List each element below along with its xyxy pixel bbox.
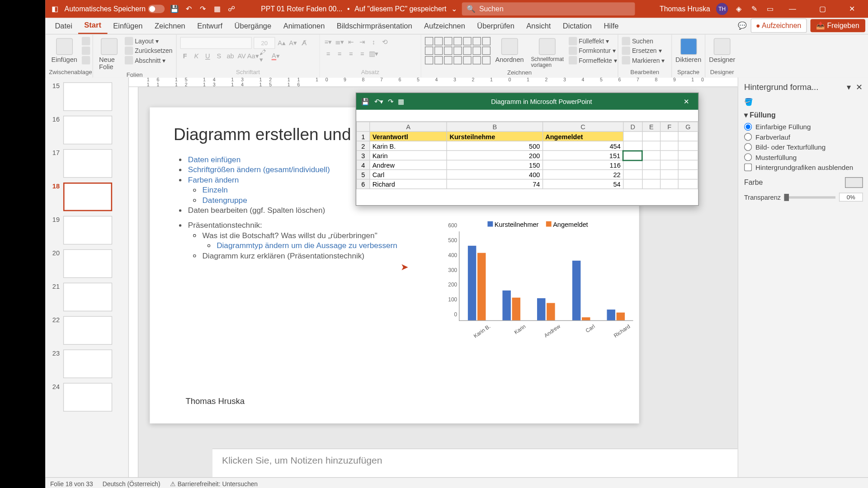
paste-button[interactable]: Einfügen	[49, 37, 80, 65]
font-color-icon[interactable]: A▾	[271, 52, 280, 61]
slide-thumb-21[interactable]: 21	[45, 280, 128, 314]
find-button[interactable]: Suchen	[622, 37, 668, 45]
pane-close-icon[interactable]: ✕	[856, 82, 863, 92]
chart-data-window[interactable]: 💾 ↶▾ ↷ ▦ Diagramm in Microsoft PowerPoin…	[356, 93, 699, 206]
format-painter-icon[interactable]	[82, 56, 90, 64]
tab-dictation[interactable]: Dictation	[557, 19, 598, 34]
diamond-icon[interactable]: ◈	[734, 4, 744, 14]
data-grid[interactable]: ABCDEFG1VerantwortlKursteilnehmeAngemeld…	[356, 122, 698, 189]
indent-inc-icon[interactable]: ⇥	[358, 37, 367, 47]
bold-icon[interactable]: F	[180, 52, 190, 61]
data-grid-icon[interactable]: ▦	[398, 98, 404, 105]
italic-icon[interactable]: K	[192, 52, 201, 61]
fill-option-0[interactable]: Einfarbige Füllung	[744, 123, 863, 131]
data-undo-icon[interactable]: ↶▾	[374, 98, 383, 105]
font-size-input[interactable]: 20	[254, 37, 275, 49]
fill-button[interactable]: Fülleffekt ▾	[569, 37, 618, 45]
reset-button[interactable]: Zurücksetzen	[125, 47, 173, 55]
replace-button[interactable]: Ersetzen ▾	[622, 47, 668, 55]
bullets-icon[interactable]: ≡▾	[323, 37, 333, 47]
columns-icon[interactable]: ▥▾	[369, 49, 378, 58]
slide-counter[interactable]: Folie 18 von 33	[50, 480, 93, 487]
dictate-button[interactable]: Diktieren	[675, 37, 701, 65]
spacing-icon[interactable]: AV	[237, 52, 246, 61]
chevron-down-icon[interactable]: ⌄	[451, 5, 457, 13]
designer-button[interactable]: Designer	[709, 37, 735, 65]
align-right-icon[interactable]: ≡	[346, 49, 356, 58]
close-button[interactable]: ✕	[840, 0, 864, 18]
data-redo-icon[interactable]: ↷	[388, 98, 393, 105]
slideshow-icon[interactable]: ▦	[212, 4, 222, 14]
section-title[interactable]: Füllung	[750, 111, 775, 119]
record-button[interactable]: ● Aufzeichnen	[750, 19, 807, 33]
fill-option-4[interactable]: Hintergrundgrafiken ausblenden	[744, 164, 863, 171]
tab-überprüfen[interactable]: Überprüfen	[471, 19, 520, 34]
tab-entwurf[interactable]: Entwurf	[191, 19, 228, 34]
filename[interactable]: PPT 01 Roter Faden 00...	[261, 5, 342, 13]
formula-bar[interactable]	[356, 110, 698, 122]
strike-icon[interactable]: S	[214, 52, 224, 61]
touch-icon[interactable]: ☍	[227, 4, 236, 14]
quickstyles-button[interactable]: Schnellformat vorlagen	[528, 37, 566, 69]
notes-pane[interactable]: Klicken Sie, um Notizen hinzuzufügen	[212, 449, 738, 477]
comments-icon[interactable]: 💬	[737, 21, 747, 30]
transparency-value[interactable]: 0%	[839, 192, 863, 202]
tab-übergänge[interactable]: Übergänge	[228, 19, 277, 34]
autosave-toggle[interactable]: Automatisches Speichern	[65, 5, 165, 13]
tab-animationen[interactable]: Animationen	[277, 19, 330, 34]
tab-zeichnen[interactable]: Zeichnen	[149, 19, 191, 34]
slide-thumb-24[interactable]: 24	[45, 380, 128, 414]
tab-hilfe[interactable]: Hilfe	[598, 19, 624, 34]
arrange-button[interactable]: Anordnen	[493, 37, 526, 65]
avatar[interactable]: TH	[716, 3, 728, 15]
pane-dropdown-icon[interactable]: ▾	[847, 82, 851, 92]
slide-thumb-22[interactable]: 22	[45, 314, 128, 347]
slide-thumb-18[interactable]: 18	[45, 180, 128, 214]
window-icon[interactable]: ▭	[765, 4, 774, 14]
justify-icon[interactable]: ≡	[358, 49, 367, 58]
slide-thumb-15[interactable]: 15	[45, 80, 128, 113]
tab-bildschirmpräsentation[interactable]: Bildschirmpräsentation	[331, 19, 418, 34]
copy-icon[interactable]	[82, 47, 90, 55]
section-button[interactable]: Abschnitt ▾	[125, 56, 173, 64]
fill-option-2[interactable]: Bild- oder Texturfüllung	[744, 143, 863, 151]
user-name[interactable]: Thomas Hruska	[660, 5, 710, 13]
slide-thumb-19[interactable]: 19	[45, 214, 128, 247]
fill-option-3[interactable]: Musterfüllung	[744, 153, 863, 161]
shapes-gallery[interactable]	[425, 37, 491, 65]
accessibility-status[interactable]: ⚠ Barrierefreiheit: Untersuchen	[170, 480, 258, 487]
shrink-font-icon[interactable]: A▾	[288, 38, 298, 47]
highlight-icon[interactable]: 🖍▾	[259, 52, 269, 61]
color-picker[interactable]	[845, 177, 863, 188]
case-icon[interactable]: Aa▾	[248, 52, 258, 61]
new-slide-button[interactable]: Neue Folie	[97, 37, 123, 72]
pen-icon[interactable]: ✎	[750, 4, 759, 14]
numbering-icon[interactable]: ≣▾	[335, 37, 344, 47]
paint-bucket-icon[interactable]: 🪣	[744, 98, 753, 106]
save-icon[interactable]: 💾	[170, 4, 179, 14]
effects-button[interactable]: Formeffekte ▾	[569, 56, 618, 64]
toggle-switch[interactable]	[148, 5, 165, 13]
language-status[interactable]: Deutsch (Österreich)	[103, 480, 160, 487]
slide-thumb-20[interactable]: 20	[45, 247, 128, 280]
text-direction-icon[interactable]: ⟲	[380, 37, 390, 47]
align-center-icon[interactable]: ≡	[335, 49, 344, 58]
slide-thumb-23[interactable]: 23	[45, 347, 128, 380]
undo-icon[interactable]: ↶	[184, 4, 193, 14]
cut-icon[interactable]	[82, 37, 90, 45]
font-select[interactable]	[180, 37, 252, 49]
underline-icon[interactable]: U	[203, 52, 212, 61]
align-left-icon[interactable]: ≡	[323, 49, 333, 58]
minimize-button[interactable]: —	[781, 0, 805, 18]
maximize-button[interactable]: ▢	[811, 0, 835, 18]
tab-einfügen[interactable]: Einfügen	[107, 19, 149, 34]
line-spacing-icon[interactable]: ↕	[369, 37, 378, 47]
select-button[interactable]: Markieren ▾	[622, 56, 668, 64]
transparency-slider[interactable]	[784, 196, 835, 198]
share-button[interactable]: 📤 Freigeben	[810, 19, 865, 32]
fill-option-1[interactable]: Farbverlauf	[744, 133, 863, 141]
slide-thumb-17[interactable]: 17	[45, 147, 128, 180]
outline-button[interactable]: Formkontur ▾	[569, 47, 618, 55]
redo-icon[interactable]: ↷	[198, 4, 208, 14]
layout-button[interactable]: Layout ▾	[125, 37, 173, 45]
